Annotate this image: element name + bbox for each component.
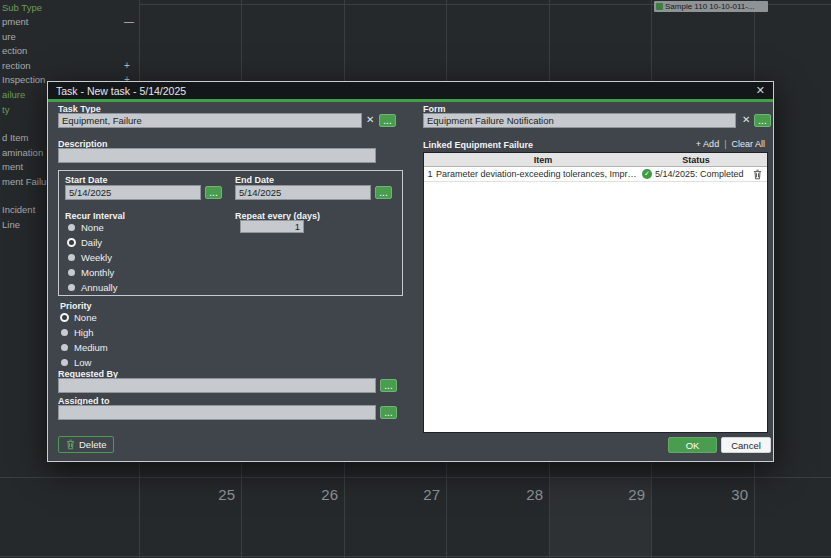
radio-label: Daily	[81, 237, 102, 248]
radio-priority-none[interactable]: None	[60, 312, 97, 323]
radio-priority-high[interactable]: High	[60, 327, 94, 338]
end-date-input[interactable]	[235, 185, 371, 200]
date-label: 28	[526, 486, 543, 503]
radio-recur-monthly[interactable]: Monthly	[67, 267, 114, 278]
repeat-every-input[interactable]	[240, 220, 304, 233]
requested-by-browse-button[interactable]: ...	[380, 379, 397, 392]
add-linked-item-button[interactable]: + Add	[696, 139, 719, 149]
radio-priority-medium[interactable]: Medium	[60, 342, 108, 353]
radio-selected-icon	[60, 313, 69, 322]
radio-label: Low	[74, 357, 91, 368]
radio-recur-none[interactable]: None	[67, 222, 104, 233]
table-header: Item Status	[424, 153, 767, 167]
ok-button[interactable]: OK	[668, 437, 717, 453]
actions-separator: |	[724, 139, 726, 149]
radio-icon	[61, 344, 68, 351]
sidebar-item-label: Inspection	[2, 74, 45, 85]
radio-priority-low[interactable]: Low	[60, 357, 91, 368]
column-header-number	[424, 153, 436, 166]
radio-icon	[68, 284, 75, 291]
sidebar-item-label: ailure	[2, 89, 25, 100]
sidebar-item-label: ment	[2, 161, 23, 172]
assigned-to-browse-button[interactable]: ...	[380, 406, 397, 419]
close-icon[interactable]: ✕	[756, 85, 765, 96]
radio-recur-annually[interactable]: Annually	[67, 282, 117, 293]
sidebar-item-label: d Item	[2, 132, 28, 143]
event-label: Sample 110 10-10-011-...	[665, 2, 755, 11]
radio-icon	[61, 329, 68, 336]
date-label: 29	[628, 486, 645, 503]
linked-actions: + Add | Clear All	[696, 139, 765, 149]
column-header-item: Item	[436, 153, 650, 166]
radio-icon	[68, 224, 75, 231]
sidebar-item-label: Sub Type	[2, 2, 42, 13]
sidebar-item-label: Line	[2, 219, 20, 230]
sidebar-item-label: rection	[2, 60, 31, 71]
radio-label: None	[74, 312, 97, 323]
task-type-browse-button[interactable]: ...	[379, 114, 396, 127]
form-browse-button[interactable]: ...	[754, 114, 771, 127]
date-label: 30	[731, 486, 748, 503]
sidebar-item[interactable]: rection+	[0, 60, 138, 72]
date-label: 25	[218, 486, 235, 503]
task-type-input[interactable]	[58, 113, 362, 128]
sidebar-item[interactable]: ection	[0, 45, 138, 57]
completed-check-icon: ✓	[642, 169, 652, 179]
sidebar-item[interactable]: ure	[0, 31, 138, 43]
end-date-picker-button[interactable]: ...	[375, 186, 392, 199]
row-number: 1	[424, 169, 436, 179]
description-input[interactable]	[58, 148, 376, 163]
sidebar-item-label: pment	[2, 16, 28, 27]
sidebar-item[interactable]: Sub Type	[0, 2, 138, 14]
column-header-status: Status	[650, 153, 742, 166]
sidebar-item-label: Incident	[2, 204, 35, 215]
radio-label: None	[81, 222, 104, 233]
start-date-input[interactable]	[65, 185, 201, 200]
delete-button[interactable]: Delete	[58, 436, 114, 453]
event-status-icon	[656, 3, 663, 10]
clear-form-icon[interactable]: ✕	[742, 113, 750, 126]
radio-label: Medium	[74, 342, 108, 353]
column-header-actions	[742, 153, 767, 166]
radio-icon	[68, 269, 75, 276]
delete-row-icon[interactable]	[753, 169, 762, 180]
expand-toggle-icon[interactable]: +	[124, 60, 130, 71]
form-input[interactable]	[423, 113, 736, 128]
clear-task-type-icon[interactable]: ✕	[366, 113, 374, 126]
calendar-day-cell[interactable]: 26	[243, 486, 338, 503]
schedule-groupbox: Start Date ... End Date ... Recur Interv…	[58, 170, 403, 296]
radio-recur-daily[interactable]: Daily	[67, 237, 102, 248]
task-dialog: Task - New task - 5/14/2025 ✕ Task Type …	[47, 81, 774, 462]
start-date-picker-button[interactable]: ...	[205, 186, 222, 199]
radio-icon	[68, 254, 75, 261]
linked-items-table: Item Status 1 Parameter deviation-exceed…	[423, 152, 768, 433]
calendar-day-cell[interactable]: 28	[448, 486, 543, 503]
calendar-day-cell[interactable]: 27	[345, 486, 440, 503]
date-label: 27	[423, 486, 440, 503]
calendar-day-cell[interactable]: 30	[653, 486, 748, 503]
calendar-day-cell[interactable]: 25	[140, 486, 235, 503]
sidebar-item-label: amination	[2, 147, 43, 158]
sidebar-item-label: ection	[2, 45, 27, 56]
calendar-day-cell[interactable]: 29	[550, 486, 645, 503]
accent-bar	[48, 99, 773, 102]
start-date-label: Start Date	[65, 175, 108, 185]
delete-button-label: Delete	[79, 439, 106, 450]
requested-by-input[interactable]	[58, 378, 376, 393]
table-row[interactable]: 1 Parameter deviation-exceeding toleranc…	[424, 167, 767, 182]
expand-toggle-icon[interactable]: —	[124, 16, 134, 27]
assigned-to-input[interactable]	[58, 405, 376, 420]
row-item-text: Parameter deviation-exceeding tolerances…	[436, 169, 638, 179]
sidebar-item-label: ty	[2, 104, 9, 115]
radio-recur-weekly[interactable]: Weekly	[67, 252, 112, 263]
row-status-text: 5/14/2025: Completed	[655, 169, 744, 179]
priority-label: Priority	[60, 301, 92, 311]
radio-label: Annually	[81, 282, 117, 293]
calendar-event-chip[interactable]: Sample 110 10-10-011-...	[654, 1, 768, 12]
end-date-label: End Date	[235, 175, 274, 185]
radio-label: Monthly	[81, 267, 114, 278]
cancel-button[interactable]: Cancel	[721, 437, 771, 453]
dialog-titlebar: Task - New task - 5/14/2025 ✕	[48, 82, 773, 99]
clear-all-button[interactable]: Clear All	[731, 139, 765, 149]
sidebar-item[interactable]: pment—	[0, 16, 138, 28]
